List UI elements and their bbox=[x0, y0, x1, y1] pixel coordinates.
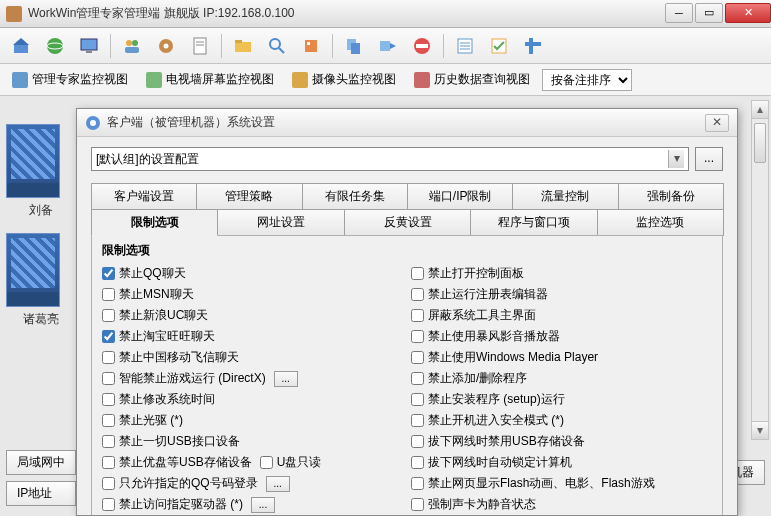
check-row: 禁止运行注册表编辑器 bbox=[411, 284, 712, 305]
toolbar-home-icon[interactable] bbox=[6, 32, 36, 60]
restrict-checkbox[interactable] bbox=[102, 477, 115, 490]
client-thumbnail[interactable] bbox=[6, 124, 60, 198]
more-button[interactable]: ... bbox=[251, 497, 275, 513]
restrict-checkbox[interactable] bbox=[102, 435, 115, 448]
check-row: 禁止开机进入安全模式 (*) bbox=[411, 410, 712, 431]
checkbox-label: 禁止一切USB接口设备 bbox=[119, 433, 240, 450]
thumbnail-pane: 刘备 诸葛亮 bbox=[6, 100, 76, 342]
more-button[interactable]: ... bbox=[266, 476, 290, 492]
tab-program-window[interactable]: 程序与窗口项 bbox=[470, 209, 597, 236]
svg-rect-22 bbox=[380, 41, 390, 51]
more-button[interactable]: ... bbox=[274, 371, 298, 387]
restrict-checkbox[interactable] bbox=[102, 393, 115, 406]
toolbar-paint-icon[interactable] bbox=[296, 32, 326, 60]
restrict-checkbox[interactable] bbox=[411, 477, 424, 490]
scroll-thumb[interactable] bbox=[754, 123, 766, 163]
tab-url[interactable]: 网址设置 bbox=[217, 209, 344, 236]
restrict-checkbox[interactable] bbox=[411, 498, 424, 511]
toolbar-block-icon[interactable] bbox=[407, 32, 437, 60]
dialog-icon bbox=[85, 115, 101, 131]
toolbar-screen-icon[interactable] bbox=[74, 32, 104, 60]
client-thumbnail[interactable] bbox=[6, 233, 60, 307]
checkbox-label: 禁止访问指定驱动器 (*) bbox=[119, 496, 243, 513]
checkbox-label: 禁止使用暴风影音播放器 bbox=[428, 328, 560, 345]
restrict-checkbox[interactable] bbox=[411, 393, 424, 406]
restrict-checkbox[interactable] bbox=[102, 288, 115, 301]
checkbox-label: 屏蔽系统工具主界面 bbox=[428, 307, 536, 324]
tab-port-ip[interactable]: 端口/IP限制 bbox=[407, 183, 513, 210]
vertical-scrollbar[interactable]: ▴ ▾ bbox=[751, 100, 769, 440]
restrict-checkbox[interactable] bbox=[411, 351, 424, 364]
checkbox-label: 拔下网线时禁用USB存储设备 bbox=[428, 433, 585, 450]
toolbar-gear-icon[interactable] bbox=[151, 32, 181, 60]
maximize-button[interactable]: ▭ bbox=[695, 3, 723, 23]
svg-point-10 bbox=[164, 43, 169, 48]
tab-lan[interactable]: 局域网中 bbox=[6, 450, 76, 475]
restrict-checkbox[interactable] bbox=[411, 414, 424, 427]
restrict-checkbox[interactable] bbox=[411, 288, 424, 301]
toolbar-doc-icon[interactable] bbox=[185, 32, 215, 60]
inline-label: U盘只读 bbox=[277, 454, 322, 471]
scroll-down-icon[interactable]: ▾ bbox=[752, 421, 768, 439]
toolbar-search-icon[interactable] bbox=[262, 32, 292, 60]
group-combo[interactable]: [默认组]的设置配置 ▾ bbox=[91, 147, 689, 171]
toolbar-copy-icon[interactable] bbox=[339, 32, 369, 60]
scroll-up-icon[interactable]: ▴ bbox=[752, 101, 768, 119]
toolbar-globe-icon[interactable] bbox=[40, 32, 70, 60]
toolbar-tool-icon[interactable] bbox=[518, 32, 548, 60]
restrict-checkbox[interactable] bbox=[102, 351, 115, 364]
restrict-checkbox[interactable] bbox=[411, 456, 424, 469]
minimize-button[interactable]: ─ bbox=[665, 3, 693, 23]
inline-checkbox[interactable] bbox=[260, 456, 273, 469]
tab-backup[interactable]: 强制备份 bbox=[618, 183, 724, 210]
close-button[interactable]: ✕ bbox=[725, 3, 771, 23]
checkbox-label: 禁止网页显示Flash动画、电影、Flash游戏 bbox=[428, 475, 655, 492]
restrict-checkbox[interactable] bbox=[102, 330, 115, 343]
check-row: 禁止MSN聊天 bbox=[102, 284, 403, 305]
toolbar-folder-icon[interactable] bbox=[228, 32, 258, 60]
check-row: 禁止光驱 (*) bbox=[102, 410, 403, 431]
tab-policy[interactable]: 管理策略 bbox=[196, 183, 302, 210]
tab-monitor-options[interactable]: 监控选项 bbox=[597, 209, 724, 236]
view-tab-wall[interactable]: 电视墙屏幕监控视图 bbox=[140, 67, 280, 92]
tab-ip[interactable]: IP地址 bbox=[6, 481, 76, 506]
restrict-checkbox[interactable] bbox=[411, 309, 424, 322]
tab-restrict[interactable]: 限制选项 bbox=[91, 209, 218, 236]
check-row: 禁止一切USB接口设备 bbox=[102, 431, 403, 452]
restrict-checkbox[interactable] bbox=[102, 372, 115, 385]
svg-rect-32 bbox=[525, 42, 541, 46]
restrict-checkbox[interactable] bbox=[102, 267, 115, 280]
svg-marker-1 bbox=[13, 38, 29, 45]
restrict-checkbox[interactable] bbox=[411, 267, 424, 280]
sort-select[interactable]: 按备注排序 bbox=[542, 69, 632, 91]
browse-button[interactable]: ... bbox=[695, 147, 723, 171]
view-tab-history[interactable]: 历史数据查询视图 bbox=[408, 67, 536, 92]
svg-rect-19 bbox=[307, 42, 310, 45]
restrict-checkbox[interactable] bbox=[102, 498, 115, 511]
chevron-down-icon[interactable]: ▾ bbox=[668, 150, 684, 168]
toolbar-list-icon[interactable] bbox=[450, 32, 480, 60]
restrict-checkbox[interactable] bbox=[102, 414, 115, 427]
main-titlebar: WorkWin管理专家管理端 旗舰版 IP:192.168.0.100 ─ ▭ … bbox=[0, 0, 771, 28]
tab-antiporn[interactable]: 反黄设置 bbox=[344, 209, 471, 236]
check-row: 禁止添加/删除程序 bbox=[411, 368, 712, 389]
svg-line-17 bbox=[279, 48, 284, 53]
restrict-checkbox[interactable] bbox=[102, 456, 115, 469]
check-row: 禁止使用Windows Media Player bbox=[411, 347, 712, 368]
toolbar-users-icon[interactable] bbox=[117, 32, 147, 60]
view-tab-monitor[interactable]: 管理专家监控视图 bbox=[6, 67, 134, 92]
check-row: 禁止中国移动飞信聊天 bbox=[102, 347, 403, 368]
tab-client-settings[interactable]: 客户端设置 bbox=[91, 183, 197, 210]
restrict-checkbox[interactable] bbox=[411, 372, 424, 385]
main-title: WorkWin管理专家管理端 旗舰版 IP:192.168.0.100 bbox=[28, 5, 663, 22]
checkbox-label: 禁止打开控制面板 bbox=[428, 265, 524, 282]
restrict-checkbox[interactable] bbox=[102, 309, 115, 322]
dialog-close-button[interactable]: ✕ bbox=[705, 114, 729, 132]
view-tab-camera[interactable]: 摄像头监控视图 bbox=[286, 67, 402, 92]
toolbar-task-icon[interactable] bbox=[484, 32, 514, 60]
tab-tasks[interactable]: 有限任务集 bbox=[302, 183, 408, 210]
tab-traffic[interactable]: 流量控制 bbox=[512, 183, 618, 210]
restrict-checkbox[interactable] bbox=[411, 435, 424, 448]
restrict-checkbox[interactable] bbox=[411, 330, 424, 343]
toolbar-send-icon[interactable] bbox=[373, 32, 403, 60]
